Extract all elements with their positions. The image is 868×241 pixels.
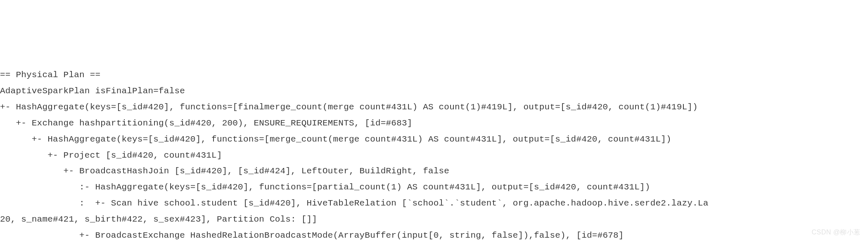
physical-plan-output: == Physical Plan == AdaptiveSparkPlan is… [0, 67, 868, 241]
csdn-watermark: CSDN @柳小葱 [811, 226, 861, 239]
